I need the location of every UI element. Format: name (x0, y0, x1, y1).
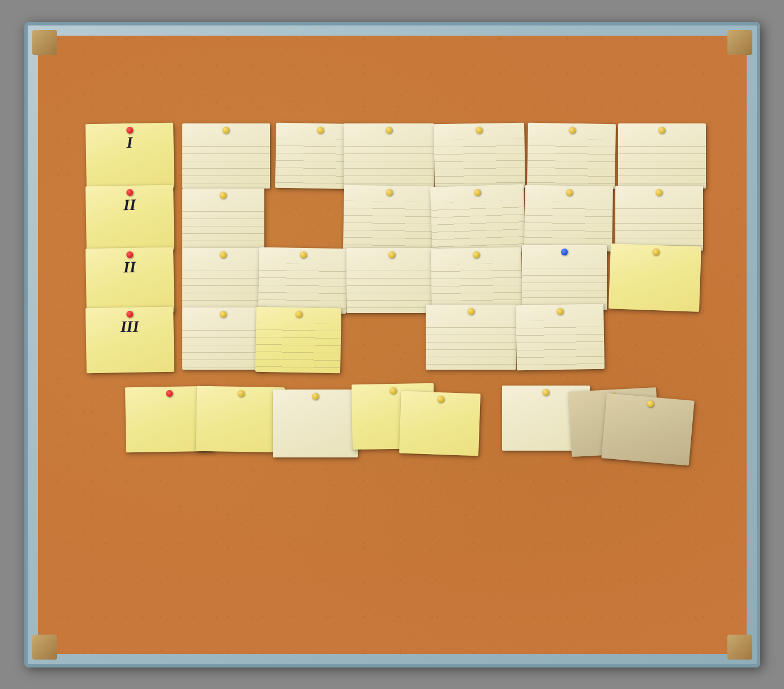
thumbtack-9 (220, 192, 226, 199)
thumbtack-19 (561, 249, 568, 255)
thumbtack-29 (389, 387, 396, 393)
note-label-8: II (123, 195, 135, 213)
sticky-note-20[interactable] (609, 243, 701, 312)
sticky-note-16[interactable] (258, 247, 347, 314)
corner-bl (32, 635, 57, 660)
thumbtack-28 (312, 393, 319, 400)
corner-br (727, 635, 752, 660)
thumbtack-23 (295, 310, 302, 317)
sticky-note-25[interactable] (516, 303, 605, 370)
thumbtack-4 (385, 127, 392, 134)
sticky-note-27[interactable] (196, 386, 285, 452)
sticky-note-24[interactable] (426, 305, 516, 370)
thumbtack-1 (126, 126, 132, 133)
thumbtack-25 (556, 307, 563, 314)
thumbtack-21 (126, 310, 132, 317)
thumbtack-10 (385, 189, 392, 195)
thumbtack-13 (656, 189, 662, 196)
sticky-note-6[interactable] (527, 122, 616, 189)
sticky-note-14[interactable]: II (85, 247, 174, 314)
thumbtack-8 (126, 189, 132, 195)
note-label-1: I (126, 133, 132, 151)
thumbtack-27 (237, 390, 244, 396)
sticky-note-10[interactable] (343, 185, 435, 251)
corner-tr (727, 30, 752, 55)
sticky-note-15[interactable] (182, 248, 264, 310)
thumbtack-12 (565, 189, 572, 195)
note-label-21: III (120, 317, 139, 336)
sticky-note-33[interactable] (601, 393, 694, 465)
sticky-note-5[interactable] (434, 122, 525, 189)
thumbtack-22 (220, 311, 226, 318)
thumbtack-30 (437, 395, 444, 402)
thumbtack-15 (220, 251, 226, 258)
sticky-note-21[interactable]: III (85, 306, 174, 373)
sticky-note-2[interactable] (182, 123, 270, 189)
thumbtack-24 (468, 308, 474, 315)
sticky-note-18[interactable] (431, 247, 522, 314)
sticky-note-11[interactable] (430, 184, 525, 255)
thumbtack-7 (658, 127, 665, 134)
thumbtack-33 (646, 400, 653, 407)
sticky-note-19[interactable] (522, 245, 607, 310)
thumbtack-20 (652, 248, 659, 255)
cork-board-outer: IIIIIIII (24, 22, 760, 667)
corner-tl (32, 30, 57, 55)
thumbtack-17 (388, 251, 395, 258)
thumbtack-3 (316, 126, 323, 133)
sticky-note-13[interactable] (615, 186, 703, 251)
sticky-note-22[interactable] (182, 307, 264, 370)
sticky-note-9[interactable] (182, 189, 264, 251)
thumbtack-31 (542, 389, 549, 396)
sticky-note-28[interactable] (273, 390, 358, 457)
thumbtack-5 (475, 126, 482, 133)
sticky-note-1[interactable]: I (85, 122, 174, 189)
sticky-note-23[interactable] (255, 306, 341, 373)
thumbtack-26 (165, 390, 172, 396)
thumbtack-18 (473, 251, 479, 258)
sticky-note-4[interactable] (344, 123, 434, 189)
thumbtack-16 (299, 251, 306, 258)
cork-board-surface: IIIIIIII (38, 36, 747, 654)
thumbtack-2 (222, 127, 229, 134)
sticky-note-7[interactable] (618, 123, 706, 189)
sticky-note-12[interactable] (524, 185, 613, 251)
thumbtack-11 (473, 189, 480, 195)
sticky-note-17[interactable] (346, 248, 437, 313)
sticky-note-30[interactable] (399, 391, 481, 456)
note-label-14: II (123, 258, 135, 276)
sticky-note-8[interactable]: II (85, 185, 174, 251)
thumbtack-6 (568, 126, 575, 133)
thumbtack-14 (126, 251, 132, 258)
